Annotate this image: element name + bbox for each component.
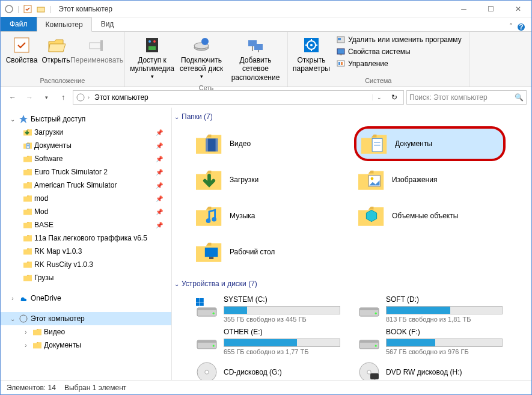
- tree-item[interactable]: Software📌: [1, 152, 171, 165]
- svg-point-38: [20, 315, 27, 322]
- folder-item[interactable]: Загрузки: [192, 163, 343, 197]
- svg-point-63: [213, 345, 215, 347]
- folder-item[interactable]: Документы: [355, 127, 505, 161]
- system-properties-button[interactable]: Свойства системы: [335, 46, 463, 57]
- tree-item[interactable]: Mod📌: [1, 205, 171, 218]
- forward-button: →: [22, 90, 37, 105]
- nav-tree[interactable]: ⌄Быстрый доступЗагрузки📌Документы📌Softwa…: [1, 108, 172, 380]
- recent-dropdown[interactable]: ▾: [39, 90, 54, 105]
- group-label-location: Расположение: [40, 76, 85, 85]
- properties-button[interactable]: Свойства: [4, 33, 39, 66]
- svg-rect-6: [90, 43, 100, 49]
- svg-rect-71: [370, 373, 379, 379]
- ribbon: Свойства Открыть Переименовать Расположе…: [1, 32, 531, 87]
- qat-properties-icon[interactable]: [23, 4, 32, 14]
- window-title: Этот компьютер: [58, 5, 112, 13]
- search-box[interactable]: Поиск: Этот компьютер 🔍: [406, 90, 527, 105]
- media-access-button[interactable]: Доступ к мультимедиа▾: [129, 33, 176, 81]
- svg-point-21: [310, 44, 313, 46]
- drive-item[interactable]: BOOK (F:)567 ГБ свободно из 976 ГБ: [355, 326, 505, 357]
- manage-button[interactable]: Управление: [335, 58, 463, 69]
- maximize-button[interactable]: ☐: [477, 1, 504, 17]
- map-drive-button[interactable]: Подключить сетевой диск▾: [177, 33, 226, 81]
- address-chevron[interactable]: ›: [88, 94, 90, 100]
- address-dropdown[interactable]: ⌄: [372, 94, 385, 100]
- back-button[interactable]: ←: [5, 90, 20, 105]
- app-icon: [4, 4, 14, 14]
- folder-item[interactable]: Видео: [192, 127, 343, 161]
- drive-item[interactable]: DVD RW дисковод (H:): [355, 359, 505, 380]
- group-header-drives[interactable]: ⌄Устройства и диски (7): [174, 277, 531, 290]
- group-header-folders[interactable]: ⌄Папки (7): [174, 110, 531, 123]
- tree-item[interactable]: ›Документы: [1, 338, 171, 352]
- tab-computer[interactable]: Компьютер: [37, 17, 92, 32]
- navbar: ← → ▾ ↑ › Этот компьютер ⌄ ↻ Поиск: Этот…: [1, 87, 531, 108]
- svg-point-66: [375, 345, 377, 347]
- uninstall-button[interactable]: Удалить или изменить программу: [335, 34, 463, 45]
- svg-rect-56: [196, 302, 200, 306]
- tree-item[interactable]: Грузы: [1, 271, 171, 284]
- close-button[interactable]: ✕: [504, 1, 531, 17]
- up-button[interactable]: ↑: [56, 90, 70, 105]
- svg-rect-59: [359, 308, 379, 310]
- tree-item[interactable]: Документы📌: [1, 139, 171, 152]
- tree-item[interactable]: RK RusCity v1.0.3: [1, 258, 171, 271]
- open-settings-button[interactable]: Открыть параметры: [292, 33, 331, 75]
- tree-quick-access[interactable]: ⌄Быстрый доступ: [1, 112, 171, 126]
- drive-item[interactable]: SYSTEM (C:)355 ГБ свободно из 445 ГБ: [192, 294, 343, 324]
- status-bar: Элементов: 14 Выбран 1 элемент: [1, 380, 531, 394]
- status-count: Элементов: 14: [7, 384, 56, 392]
- ribbon-collapse-icon[interactable]: ˆ: [510, 23, 512, 31]
- svg-rect-54: [196, 298, 200, 302]
- svg-rect-32: [341, 62, 343, 65]
- tree-thispc[interactable]: ⌄Этот компьютер: [1, 312, 171, 325]
- rename-button: Переименовать: [73, 33, 121, 66]
- tree-item[interactable]: BASE📌: [1, 218, 171, 231]
- svg-rect-16: [254, 44, 263, 50]
- qat-sep: |: [17, 5, 19, 13]
- svg-rect-27: [338, 38, 341, 40]
- svg-rect-65: [359, 340, 379, 343]
- svg-rect-7: [100, 40, 103, 51]
- svg-rect-40: [206, 138, 208, 152]
- search-icon[interactable]: 🔍: [515, 93, 524, 102]
- tree-item[interactable]: Загрузки📌: [1, 126, 171, 139]
- address-segment[interactable]: Этот компьютер: [92, 92, 151, 103]
- folder-item[interactable]: Рабочий стол: [192, 235, 343, 269]
- qat-sep: |: [49, 5, 51, 13]
- svg-rect-55: [200, 298, 204, 302]
- status-selection: Выбран 1 элемент: [64, 384, 126, 392]
- refresh-button[interactable]: ↻: [388, 93, 401, 102]
- folder-item[interactable]: Объемные объекты: [355, 199, 505, 233]
- tree-onedrive[interactable]: ›OneDrive: [1, 292, 171, 305]
- tree-item[interactable]: American Truck Simulator📌: [1, 179, 171, 192]
- folder-item[interactable]: Музыка: [192, 199, 343, 233]
- qat-newfolder-icon[interactable]: [36, 4, 46, 14]
- svg-rect-2: [37, 7, 44, 12]
- content-pane[interactable]: ⌄Папки (7)ВидеоДокументыЗагрузкиИзображе…: [172, 108, 531, 380]
- drive-item[interactable]: OTHER (E:)655 ГБ свободно из 1,77 ТБ: [192, 326, 343, 357]
- pc-icon: [76, 93, 85, 102]
- add-network-button[interactable]: Добавить сетевое расположение: [227, 33, 284, 83]
- tab-file[interactable]: Файл: [1, 17, 37, 31]
- drive-item[interactable]: SOFT (D:)813 ГБ свободно из 1,81 ТБ: [355, 294, 505, 324]
- open-button[interactable]: Открыть: [40, 33, 72, 66]
- minimize-button[interactable]: ─: [450, 1, 477, 17]
- tree-item[interactable]: ›Видео: [1, 325, 171, 338]
- drive-item[interactable]: CD-дисковод (G:): [192, 359, 343, 380]
- svg-point-33: [77, 94, 84, 101]
- tree-item[interactable]: Euro Truck Simulator 2📌: [1, 165, 171, 179]
- tree-item[interactable]: mod📌: [1, 192, 171, 205]
- tab-view[interactable]: Вид: [92, 17, 123, 31]
- address-bar[interactable]: › Этот компьютер ⌄ ↻: [73, 90, 404, 105]
- svg-rect-29: [340, 54, 342, 55]
- svg-rect-57: [200, 302, 204, 306]
- svg-point-60: [375, 313, 377, 314]
- help-icon[interactable]: ?: [517, 23, 525, 31]
- svg-rect-11: [148, 46, 156, 50]
- folder-item[interactable]: Изображения: [355, 163, 505, 197]
- tree-item[interactable]: RK Map v1.0.3: [1, 245, 171, 258]
- tree-item[interactable]: 11a Пак легкового траффика v6.5: [1, 231, 171, 245]
- svg-rect-41: [216, 138, 218, 152]
- svg-rect-31: [338, 62, 340, 65]
